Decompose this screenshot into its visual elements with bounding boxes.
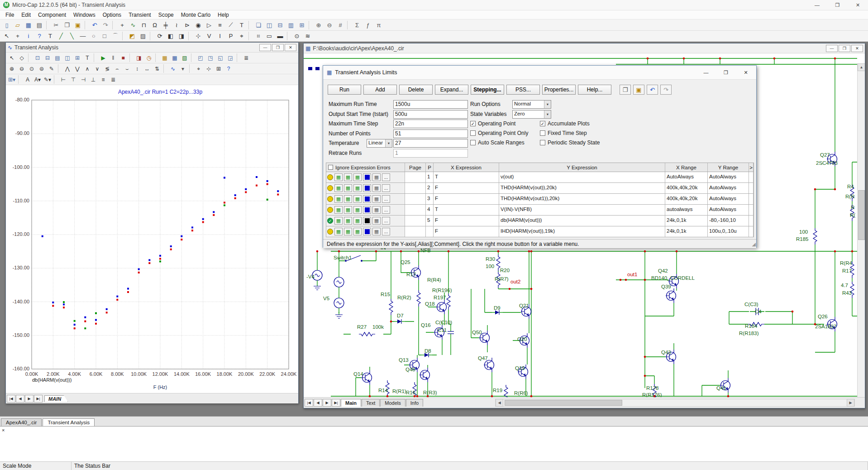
close-panel-icon[interactable]: × [2, 427, 5, 433]
close-button[interactable]: ✕ [851, 45, 863, 52]
numeric-output-icon[interactable]: ▦ [160, 53, 170, 62]
minimize-button[interactable]: — [826, 45, 838, 52]
page-last-button[interactable]: ▶| [332, 399, 340, 407]
scroll-right-icon[interactable]: ▶ [847, 399, 854, 407]
run-icon[interactable]: ▶ [98, 53, 108, 62]
page-cell[interactable] [405, 226, 426, 237]
schematic-horizontal-scrollbar[interactable]: ◀ ▶ [495, 399, 855, 407]
x-range-cell[interactable]: 24k,0,1k [665, 226, 708, 237]
tag-horizontal-icon[interactable]: ↔ [142, 64, 152, 73]
picture-icon[interactable]: ▨ [138, 31, 148, 41]
curve-color-button[interactable] [363, 228, 371, 235]
expand-cell[interactable] [749, 183, 754, 193]
dropdown-arrow-icon[interactable]: ▼ [544, 101, 551, 108]
help-cursor-icon[interactable]: ? [224, 64, 234, 73]
zoom-window-icon[interactable]: ⊙ [27, 64, 37, 73]
curve-color-button[interactable] [363, 173, 371, 181]
info-mode-icon[interactable]: i [23, 31, 34, 41]
pin-connections-icon[interactable]: ⌖ [236, 31, 247, 41]
y-log-button[interactable]: ▦ [344, 228, 352, 235]
watch-clock-icon[interactable]: ◷ [144, 53, 154, 62]
page-select-button[interactable]: ▦ [372, 173, 381, 181]
expand-cell[interactable] [749, 226, 754, 237]
scale-button[interactable]: ▦ [353, 206, 362, 214]
auto-scale-ranges-checkbox[interactable] [470, 140, 476, 145]
select-mode-icon[interactable]: ↖ [1, 31, 12, 41]
plot-window-titlebar[interactable]: ∿ Transient Analysis —❐✕ [6, 43, 298, 53]
maximum-time-step-input[interactable]: 22n [393, 120, 468, 128]
plot-number-cell[interactable]: 4 [426, 205, 434, 215]
expand-cell[interactable] [749, 194, 754, 204]
state-variables-icon[interactable]: ◨ [134, 53, 144, 62]
help-mode-icon[interactable]: ? [34, 31, 45, 41]
align-center-icon[interactable]: ⊤ [68, 75, 78, 84]
formula-icon[interactable]: ƒ [362, 20, 373, 30]
expression-browse-button[interactable]: ... [382, 217, 390, 225]
repeat-last-icon[interactable]: ≋ [302, 31, 313, 41]
fixed-time-step-checkbox[interactable] [540, 130, 545, 136]
document-tab-transient-analysis[interactable]: Transient Analysis [43, 418, 95, 426]
x-range-cell[interactable]: 24k,0,1k [665, 216, 708, 226]
cut-icon[interactable]: ✂ [51, 20, 62, 30]
rotate-icon[interactable]: ⟳ [154, 31, 165, 41]
expand-cell[interactable] [749, 172, 754, 182]
x-log-button[interactable]: ▦ [334, 195, 343, 203]
operating-point-checkbox[interactable]: ✓ [470, 121, 476, 126]
switch-component-icon[interactable]: ⟋ [225, 20, 236, 30]
undo-icon[interactable]: ↶ [647, 85, 658, 95]
global-low-icon[interactable]: ⌣ [122, 64, 132, 73]
vertical-panes-icon[interactable]: ◫ [62, 53, 72, 62]
page-cell[interactable] [405, 194, 426, 204]
sum-icon[interactable]: Σ [352, 20, 362, 30]
component-mode-icon[interactable]: + [12, 31, 23, 41]
menu-options[interactable]: Options [99, 11, 125, 19]
page-cell[interactable] [405, 172, 426, 182]
x-range-cell[interactable]: AutoAlways [665, 172, 708, 182]
plot-number-cell[interactable]: 3 [426, 194, 434, 204]
pane-bottom-left-icon[interactable]: ◱ [215, 53, 225, 62]
x-log-button[interactable]: ▦ [334, 228, 343, 235]
page-first-button[interactable]: |◀ [7, 395, 15, 403]
y-log-button[interactable]: ▦ [344, 173, 352, 181]
curve-color-button[interactable] [363, 195, 371, 203]
y-log-button[interactable]: ▦ [344, 195, 352, 203]
scale-button[interactable]: ▦ [353, 228, 362, 235]
curve-enable-button[interactable] [327, 207, 333, 213]
menu-scope[interactable]: Scope [155, 11, 177, 19]
operating-point-only-option[interactable]: Operating Point Only [470, 130, 528, 136]
plot-number-cell[interactable]: 5 [426, 216, 434, 226]
plot-number-cell[interactable]: 2 [426, 183, 434, 193]
distribute-icon[interactable]: ≡ [98, 75, 108, 84]
page-first-button[interactable]: |◀ [305, 399, 313, 407]
resistor-component-icon[interactable]: Ω [149, 20, 160, 30]
page-next-button[interactable]: ▶ [25, 395, 33, 403]
text-annotation-icon[interactable]: T [82, 53, 92, 62]
pages-dropdown-icon[interactable]: ⊞▾ [7, 75, 17, 84]
global-high-icon[interactable]: ⌢ [112, 64, 122, 73]
scale-button[interactable]: ▦ [353, 217, 362, 225]
x-expression-cell[interactable]: F [434, 226, 499, 237]
diode-component-icon[interactable]: ⊳ [182, 20, 193, 30]
retrace-runs-input[interactable]: 1 [393, 149, 468, 158]
operating-point-only-checkbox[interactable] [470, 130, 476, 136]
menu-file[interactable]: File [2, 11, 18, 19]
run-button[interactable]: Run [328, 85, 361, 95]
grid-panes-icon[interactable]: ⊞ [72, 53, 82, 62]
curve-enable-button[interactable]: ✓ [327, 218, 333, 224]
font-icon[interactable]: A [23, 75, 33, 84]
one-plot-icon[interactable]: ⊡ [33, 53, 43, 62]
y-range-cell[interactable]: AutoAlways [708, 172, 749, 182]
go-to-point-icon[interactable]: ⇅ [152, 64, 162, 73]
plot-number-cell[interactable]: 1 [426, 172, 434, 182]
ellipse-tool-icon[interactable]: ○ [88, 31, 99, 41]
align-left-icon[interactable]: ⊢ [58, 75, 68, 84]
schematic-tab-main[interactable]: Main [341, 399, 361, 407]
y-expression-cell[interactable]: THD(HARM(v(out1)),20k) [499, 194, 665, 204]
align-right-icon[interactable]: ⊣ [78, 75, 88, 84]
accumulate-plots-option[interactable]: ✓Accumulate Plots [540, 120, 590, 127]
node-voltages-icon[interactable]: V [204, 31, 215, 41]
temperature-input[interactable]: 27 [393, 139, 468, 148]
select-arrow-icon[interactable]: ↖ [7, 53, 17, 62]
properties-button[interactable]: Properties... [542, 85, 576, 95]
waveform-dropdown-icon[interactable]: ▾ [178, 64, 188, 73]
